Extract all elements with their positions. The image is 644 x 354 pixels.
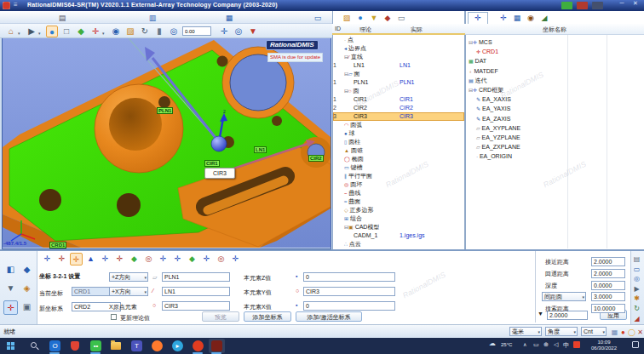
offset-coord-icon[interactable]: ✛ [171,253,184,266]
security-tray-icon[interactable] [573,341,580,348]
bestfit-coord-icon[interactable]: ▲ [84,253,97,266]
close-button[interactable]: ✕ [630,0,641,9]
feature-row[interactable]: ⊟▱ 面 [333,70,464,78]
marquee-select-icon[interactable]: □ [60,26,72,37]
feature-row[interactable]: ◯ 椭圆 [333,155,464,163]
circle1-label[interactable]: CIR1 [204,160,220,167]
qualify-icon[interactable]: ◈ [20,282,34,296]
cad-model-icon[interactable]: ◆ [75,26,87,37]
firefox-icon[interactable] [152,340,163,351]
param-field[interactable]: 2.0000 [591,269,625,278]
search-button[interactable] [31,342,37,348]
param-field[interactable]: 3.0000 [591,292,625,301]
feature-row[interactable]: 1 CIR1CIR1 [333,95,464,104]
y-value-field[interactable]: CIR3 [303,287,395,296]
cad-status-icon[interactable] [561,2,572,9]
export-icon[interactable]: ◢ [538,13,550,24]
coord-321-icon[interactable]: ✛ [70,253,83,266]
coord-row[interactable]: ▤ 迭代 [467,76,641,85]
feature-row[interactable]: ≈ 曲面 [333,197,464,206]
translate-coord-icon[interactable]: ✛ [55,253,68,266]
temperature-label[interactable]: 25°C [501,342,512,347]
param-field[interactable]: 10.0000 [591,304,625,313]
feature-row[interactable]: CADM_11.iges.igs [333,231,464,240]
printer-icon[interactable]: ▤ [632,254,641,264]
feature-row[interactable]: ◠ 圆弧 [333,121,464,129]
col-actual[interactable]: 实际 [411,26,423,34]
display-icon[interactable]: ▭ [632,265,641,274]
count-select[interactable]: Cnt▾ [581,327,607,336]
spacing-circle-select[interactable]: 间距圆▾ [542,292,586,301]
x-direction-select[interactable]: +X方向▾ [109,287,148,296]
feature-row[interactable]: 1 LN1LN1 [333,61,464,70]
home-icon[interactable]: ⌂ [5,26,17,37]
z-value-field[interactable]: 0 [303,272,395,282]
minimize-button[interactable]: ─ [617,0,627,9]
report-icon[interactable]: ▥ [147,13,158,23]
feature-row[interactable]: ◂ 边界点 [333,44,464,53]
ime-indicator[interactable]: 中 [563,341,569,350]
feature-row[interactable]: ~ 曲线 [333,189,464,197]
viewport-3d[interactable] [2,38,331,249]
feature-row[interactable]: 3 CIR3CIR3 [333,112,464,121]
coord-row[interactable]: · EA_ORIGIN [467,151,641,161]
clock-tray[interactable]: 10:09 06/30/2022 [586,340,622,351]
coord-axis-icon-caret[interactable]: ▾ [102,31,105,36]
plane-line-point-icon[interactable]: ✛ [113,253,126,266]
plane-label[interactable]: PLN1 [157,107,173,114]
quick-coord-icon[interactable]: ✛ [41,253,54,266]
param-field[interactable]: 0.0000 [591,281,625,290]
refresh-icon[interactable]: ↻ [632,304,641,313]
gear-icon[interactable]: ✱ [632,294,641,303]
rotate-view-icon[interactable]: ↻ [139,26,151,37]
x-element-field[interactable]: LN1 [162,287,230,296]
angle-select[interactable]: 角度▾ [545,327,578,336]
circle2-label[interactable]: CIR2 [308,155,324,162]
z-element-field[interactable]: PLN1 [162,272,230,282]
outlook-icon[interactable]: O [49,340,60,351]
feature-row[interactable]: ∴ 点云 [333,240,464,248]
machine-connect-icon[interactable] [592,2,603,9]
menu-icon[interactable]: ≡ [14,1,18,9]
coord-systems-tab[interactable]: ✛ [468,12,488,24]
coord-name-header[interactable]: 坐标名称 [465,24,644,35]
feature-row[interactable]: ◇ 正多边形 [333,206,464,214]
capture-icon[interactable]: ◉ [525,13,537,24]
axis-coord-icon[interactable]: ✛ [99,253,112,266]
probe-sphere-icon[interactable]: ● [46,26,58,37]
select-cursor-icon-caret[interactable]: ▾ [38,31,41,36]
rationaldmis-taskbar-icon[interactable] [211,340,222,351]
param-field[interactable]: 2.0000 [591,257,625,266]
palette-icon[interactable]: ▨ [124,26,136,37]
z-direction-select[interactable]: +Z方向▾ [109,272,148,282]
add-coord-icon[interactable]: ✛ [497,13,509,24]
coord-row[interactable]: ▦ DAT [467,56,641,66]
sphere-icon[interactable]: ● [354,13,366,24]
telegram-icon[interactable]: ▸ [172,340,183,351]
coord-row[interactable]: ▱ EA_ZXPLANE [467,142,641,151]
add-coord-button[interactable]: 添加坐标系 [244,311,291,322]
line-label[interactable]: LN1 [254,146,267,153]
coord-module-icon[interactable]: ✛ [3,300,18,315]
coord-row[interactable]: ▱ EA_XYPLANE [467,123,641,133]
zoom-icon[interactable]: ◎ [632,274,641,283]
feature-row[interactable]: ⊟▣ CAD模型 [333,223,464,231]
rotate-coord-icon[interactable]: ✛ [157,253,170,266]
screen-icon[interactable]: ▭ [312,13,324,23]
home-icon-caret[interactable]: ▾ [18,31,20,36]
palette-icon[interactable]: ▨ [341,13,353,24]
print-icon[interactable]: ▤ [56,13,68,23]
feature-row[interactable]: · 点 [333,36,464,44]
teams-icon[interactable]: T [131,340,142,351]
network-tray-icon[interactable]: ⊕ [543,341,549,348]
cad-coord-icon[interactable]: ◆ [128,253,141,266]
model-align-icon[interactable]: ◆ [186,253,198,266]
x-origin-field[interactable]: CIR3 [162,301,230,311]
feature-row[interactable]: 2 CIR2CIR2 [333,104,464,112]
coord-row[interactable]: ✎ EA_ZAXIS [467,114,641,123]
feature-row[interactable]: ⊞ 组合 [333,214,464,223]
feature-row[interactable]: ∥ 平行平面 [333,172,464,180]
iterate-coord-icon[interactable]: ◎ [142,253,155,266]
explorer-icon[interactable] [111,342,121,350]
select-cursor-icon[interactable]: ▶ [26,26,37,37]
